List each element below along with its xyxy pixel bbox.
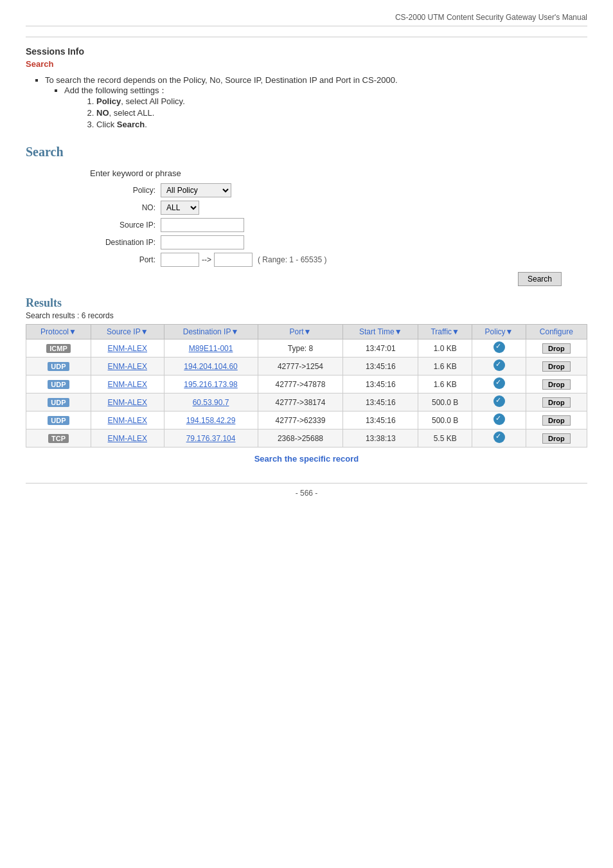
policy-check-icon[interactable] xyxy=(493,431,505,443)
table-row: UDPENM-ALEX60.53.90.742777->3817413:45:1… xyxy=(26,393,587,411)
col-policy-link[interactable]: Policy▼ xyxy=(485,327,513,336)
cell-policy xyxy=(472,357,526,375)
policy-check-icon[interactable] xyxy=(493,359,505,371)
col-start-time-link[interactable]: Start Time▼ xyxy=(359,327,402,336)
cell-port: 42777->62339 xyxy=(258,411,343,429)
port-to-input[interactable] xyxy=(214,253,253,267)
policy-row: Policy: All Policy xyxy=(90,183,587,197)
cell-start-time: 13:38:13 xyxy=(343,429,418,448)
col-configure: Configure xyxy=(526,325,587,339)
step-2: NO, select ALL. xyxy=(96,108,587,118)
policy-check-icon[interactable] xyxy=(493,413,505,425)
form-title: Enter keyword or phrase xyxy=(90,168,587,178)
cell-configure: Drop xyxy=(526,411,587,429)
page-header: CS-2000 UTM Content Security Gateway Use… xyxy=(26,13,587,26)
step1-text: , select All Policy. xyxy=(121,96,184,106)
protocol-badge: UDP xyxy=(48,398,69,407)
cell-traffic: 500.0 B xyxy=(418,411,472,429)
cell-policy xyxy=(472,411,526,429)
drop-button[interactable]: Drop xyxy=(542,361,571,372)
search-button[interactable]: Search xyxy=(518,272,562,286)
cell-source-ip[interactable]: ENM-ALEX xyxy=(91,411,164,429)
col-source-ip-link[interactable]: Source IP▼ xyxy=(107,327,148,336)
sub-list: Add the following settings： Policy, sele… xyxy=(64,85,587,129)
search-anchor[interactable]: Search xyxy=(26,59,587,69)
cell-traffic: 1.6 KB xyxy=(418,375,472,393)
drop-button[interactable]: Drop xyxy=(542,415,571,426)
intro-text: To search the record depends on the Poli… xyxy=(45,75,398,85)
drop-button[interactable]: Drop xyxy=(542,379,571,390)
manual-title: CS-2000 UTM Content Security Gateway Use… xyxy=(395,13,587,22)
col-traffic[interactable]: Traffic▼ xyxy=(418,325,472,339)
col-port[interactable]: Port▼ xyxy=(258,325,343,339)
cell-source-ip[interactable]: ENM-ALEX xyxy=(91,375,164,393)
cell-traffic: 1.0 KB xyxy=(418,339,472,357)
destination-ip-row: Destination IP: xyxy=(90,235,587,249)
protocol-badge: TCP xyxy=(48,434,69,443)
cell-traffic: 5.5 KB xyxy=(418,429,472,448)
page-number: - 566 - xyxy=(26,489,587,498)
results-caption: Search the specific record xyxy=(26,454,587,464)
protocol-badge: UDP xyxy=(48,416,69,425)
cell-port: 2368->25688 xyxy=(258,429,343,448)
destination-ip-input[interactable] xyxy=(161,235,244,249)
cell-configure: Drop xyxy=(526,375,587,393)
cell-policy xyxy=(472,375,526,393)
cell-start-time: 13:45:16 xyxy=(343,375,418,393)
cell-source-ip[interactable]: ENM-ALEX xyxy=(91,429,164,448)
cell-source-ip[interactable]: ENM-ALEX xyxy=(91,357,164,375)
drop-button[interactable]: Drop xyxy=(542,343,571,354)
cell-dest-ip[interactable]: 79.176.37.104 xyxy=(164,429,258,448)
col-dest-ip[interactable]: Destination IP▼ xyxy=(164,325,258,339)
cell-dest-ip[interactable]: M89E11-001 xyxy=(164,339,258,357)
source-ip-input[interactable] xyxy=(161,218,244,232)
cell-port: 42777->1254 xyxy=(258,357,343,375)
add-settings-item: Add the following settings： Policy, sele… xyxy=(64,85,587,129)
table-row: UDPENM-ALEX195.216.173.9842777->4787813:… xyxy=(26,375,587,393)
col-protocol-link[interactable]: Protocol▼ xyxy=(40,327,76,336)
cell-start-time: 13:45:16 xyxy=(343,357,418,375)
table-header-row: Protocol▼ Source IP▼ Destination IP▼ Por… xyxy=(26,325,587,339)
col-port-link[interactable]: Port▼ xyxy=(290,327,312,336)
policy-check-icon[interactable] xyxy=(493,395,505,407)
col-policy[interactable]: Policy▼ xyxy=(472,325,526,339)
cell-dest-ip[interactable]: 194.204.104.60 xyxy=(164,357,258,375)
cell-dest-ip[interactable]: 194.158.42.29 xyxy=(164,411,258,429)
col-dest-ip-link[interactable]: Destination IP▼ xyxy=(183,327,239,336)
cell-start-time: 13:47:01 xyxy=(343,339,418,357)
table-row: UDPENM-ALEX194.158.42.2942777->6233913:4… xyxy=(26,411,587,429)
port-separator: --> xyxy=(202,255,211,264)
policy-check-icon[interactable] xyxy=(493,341,505,353)
port-from-input[interactable] xyxy=(161,253,199,267)
step2-label: NO xyxy=(96,108,109,118)
step3-search-label: Search xyxy=(117,120,145,129)
results-table: Protocol▼ Source IP▼ Destination IP▼ Por… xyxy=(26,324,587,448)
cell-policy xyxy=(472,339,526,357)
policy-select[interactable]: All Policy xyxy=(161,183,231,197)
drop-button[interactable]: Drop xyxy=(542,433,571,444)
step1-label: Policy xyxy=(96,96,121,106)
add-settings-text: Add the following settings： xyxy=(64,86,167,95)
cell-dest-ip[interactable]: 195.216.173.98 xyxy=(164,375,258,393)
cell-protocol: UDP xyxy=(26,393,91,411)
cell-protocol: UDP xyxy=(26,411,91,429)
cell-port: Type: 8 xyxy=(258,339,343,357)
cell-policy xyxy=(472,393,526,411)
drop-button[interactable]: Drop xyxy=(542,397,571,408)
intro-item: To search the record depends on the Poli… xyxy=(45,75,587,129)
cell-source-ip[interactable]: ENM-ALEX xyxy=(91,339,164,357)
col-traffic-link[interactable]: Traffic▼ xyxy=(431,327,459,336)
source-ip-row: Source IP: xyxy=(90,218,587,232)
policy-check-icon[interactable] xyxy=(493,377,505,389)
search-button-row: Search xyxy=(90,272,562,286)
no-select[interactable]: ALL xyxy=(161,201,199,215)
cell-source-ip[interactable]: ENM-ALEX xyxy=(91,393,164,411)
cell-dest-ip[interactable]: 60.53.90.7 xyxy=(164,393,258,411)
col-protocol[interactable]: Protocol▼ xyxy=(26,325,91,339)
cell-configure: Drop xyxy=(526,393,587,411)
results-section-heading: Results xyxy=(26,296,587,310)
port-label: Port: xyxy=(90,255,161,264)
col-source-ip[interactable]: Source IP▼ xyxy=(91,325,164,339)
cell-protocol: UDP xyxy=(26,375,91,393)
col-start-time[interactable]: Start Time▼ xyxy=(343,325,418,339)
